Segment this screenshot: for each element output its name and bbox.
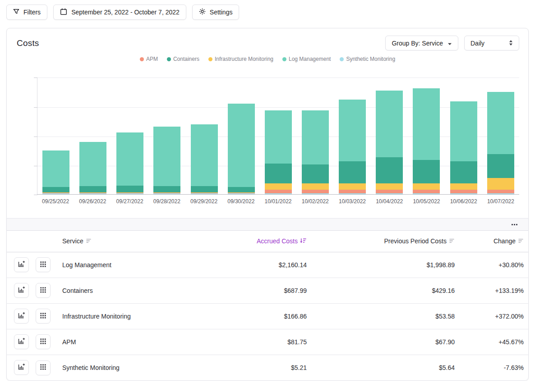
bar-segment[interactable]: [191, 186, 218, 192]
export-to-dashboard-button[interactable]: [14, 257, 29, 272]
stacked-bar[interactable]: [487, 92, 514, 194]
bar-segment[interactable]: [339, 193, 366, 194]
bar-segment[interactable]: [265, 193, 292, 194]
change-column-header[interactable]: Change: [455, 231, 528, 252]
bar-segment[interactable]: [302, 193, 329, 194]
row-actions: [7, 303, 50, 329]
bar-segment[interactable]: [116, 186, 143, 192]
legend-item[interactable]: APM: [140, 56, 158, 62]
bar-segment[interactable]: [376, 193, 403, 194]
bar-segment[interactable]: [191, 124, 218, 186]
service-name-cell: Infrastructure Monitoring: [50, 303, 201, 329]
bar-segment[interactable]: [413, 183, 440, 190]
stacked-bar[interactable]: [228, 104, 255, 194]
settings-label: Settings: [210, 9, 233, 16]
stacked-bar[interactable]: [265, 110, 292, 194]
bar-segment[interactable]: [376, 91, 403, 157]
bar-segment[interactable]: [339, 161, 366, 183]
stacked-bar[interactable]: [302, 110, 329, 194]
date-range-button[interactable]: September 25, 2022 - October 7, 2022: [53, 5, 186, 20]
previous-period-column-header[interactable]: Previous Period Costs: [307, 231, 455, 252]
bar-segment[interactable]: [79, 193, 106, 194]
bar-segment[interactable]: [265, 110, 292, 164]
bar-segment[interactable]: [376, 190, 403, 193]
group-by-dropdown[interactable]: Group By: Service: [385, 36, 458, 50]
breakdown-grid-button[interactable]: [36, 309, 51, 324]
bar-segment[interactable]: [228, 193, 255, 194]
bar-segment[interactable]: [487, 154, 514, 178]
interval-dropdown[interactable]: Daily: [464, 36, 519, 50]
stacked-bar[interactable]: [191, 124, 218, 194]
legend-item[interactable]: Containers: [167, 56, 199, 62]
bar-segment[interactable]: [191, 193, 218, 194]
stacked-bar[interactable]: [376, 91, 403, 194]
bar-segment[interactable]: [153, 193, 180, 194]
legend-item[interactable]: Infrastructure Monitoring: [208, 56, 273, 62]
export-to-dashboard-button[interactable]: [14, 283, 29, 298]
bar-segment[interactable]: [413, 190, 440, 193]
bar-segment[interactable]: [376, 183, 403, 190]
breakdown-grid-button[interactable]: [36, 283, 51, 298]
bar-segment[interactable]: [450, 183, 477, 190]
more-menu-button[interactable]: [510, 222, 519, 227]
bar-segment[interactable]: [339, 183, 366, 190]
export-to-dashboard-button[interactable]: [14, 309, 29, 324]
bar-segment[interactable]: [450, 193, 477, 194]
bar-segment[interactable]: [413, 88, 440, 160]
stacked-bar[interactable]: [42, 150, 69, 194]
bar-segment[interactable]: [450, 190, 477, 193]
export-to-dashboard-button[interactable]: [14, 360, 29, 375]
breakdown-grid-button[interactable]: [36, 334, 51, 349]
bar-segment[interactable]: [376, 157, 403, 183]
bar-segment[interactable]: [450, 161, 477, 183]
bar-segment[interactable]: [79, 186, 106, 192]
bar-segment[interactable]: [487, 92, 514, 154]
bar-segment[interactable]: [153, 186, 180, 192]
stacked-bar[interactable]: [339, 100, 366, 194]
bar-segment[interactable]: [450, 101, 477, 161]
bar-segment[interactable]: [487, 178, 514, 190]
breakdown-grid-button[interactable]: [36, 360, 51, 375]
bar-segment[interactable]: [487, 193, 514, 194]
filters-button[interactable]: Filters: [6, 5, 47, 20]
bar-segment[interactable]: [42, 150, 69, 187]
export-to-dashboard-button[interactable]: [14, 334, 29, 349]
accrued-costs-cell: $687.99: [201, 278, 307, 303]
bar-segment[interactable]: [228, 187, 255, 192]
bar-segment[interactable]: [302, 183, 329, 190]
bar-segment[interactable]: [42, 193, 69, 194]
x-axis-label: 09/30/2022: [222, 198, 259, 205]
bar-segment[interactable]: [42, 187, 69, 192]
accrued-costs-column-header[interactable]: Accrued Costs: [201, 231, 307, 252]
bar-segment[interactable]: [153, 127, 180, 186]
bar-segment[interactable]: [487, 190, 514, 193]
stacked-bar[interactable]: [116, 132, 143, 194]
change-cell: +372.00%: [455, 303, 528, 329]
bar-segment[interactable]: [265, 190, 292, 193]
bar-segment[interactable]: [302, 164, 329, 183]
bar-segment[interactable]: [339, 190, 366, 193]
x-axis-label: 10/05/2022: [408, 198, 445, 205]
bar-segment[interactable]: [413, 160, 440, 183]
service-column-header[interactable]: Service: [50, 231, 201, 252]
stacked-bar[interactable]: [153, 127, 180, 194]
bar-segment[interactable]: [339, 100, 366, 161]
stacked-bar[interactable]: [79, 142, 106, 194]
bar-segment[interactable]: [79, 142, 106, 186]
bar-segment[interactable]: [265, 164, 292, 183]
bar-segment[interactable]: [116, 193, 143, 194]
bar-segment[interactable]: [265, 183, 292, 190]
bar-segment[interactable]: [228, 104, 255, 187]
bar-segment[interactable]: [302, 110, 329, 164]
table-row: Containers$687.99$429.16+133.19%: [7, 278, 528, 303]
bar-segment[interactable]: [413, 193, 440, 194]
stacked-bar[interactable]: [413, 88, 440, 194]
bar-segment[interactable]: [116, 132, 143, 186]
breakdown-grid-button[interactable]: [36, 257, 51, 272]
y-axis-tick: [34, 107, 37, 108]
stacked-bar[interactable]: [450, 101, 477, 194]
legend-item[interactable]: Log Management: [282, 56, 331, 62]
settings-button[interactable]: Settings: [192, 5, 240, 20]
bar-segment[interactable]: [302, 190, 329, 193]
legend-item[interactable]: Synthetic Monitoring: [340, 56, 395, 62]
